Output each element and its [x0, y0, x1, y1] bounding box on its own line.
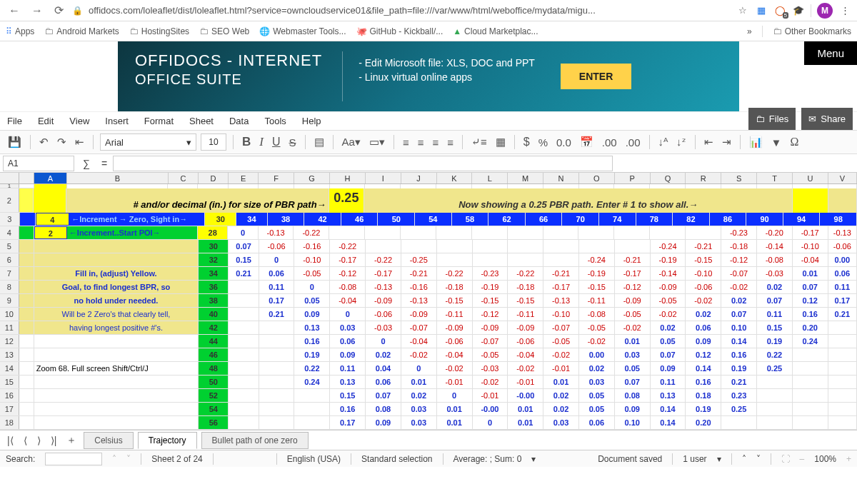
language-indicator[interactable]: English (USA) [287, 454, 341, 464]
stats-dropdown-icon[interactable]: ▾ [531, 454, 536, 464]
selection-mode[interactable]: Standard selection [361, 454, 432, 464]
unindent-icon[interactable]: ⇤ [73, 136, 86, 148]
col-header-V[interactable]: V [828, 173, 857, 183]
col-header-T[interactable]: T [757, 173, 793, 183]
fit-icon[interactable]: ⛶ [781, 454, 790, 464]
function-icon[interactable]: Ω [788, 136, 801, 148]
name-box[interactable]: A1 [3, 156, 74, 171]
font-color-icon[interactable]: ▤ [312, 136, 326, 148]
tab-celsius[interactable]: Celsius [84, 432, 133, 449]
font-size-select[interactable]: 10 [201, 133, 226, 151]
ext-icon-grid[interactable]: ▦ [755, 4, 768, 17]
col-header-I[interactable]: I [366, 173, 401, 183]
autofilter-icon[interactable]: ▼ [769, 136, 784, 148]
ext-icon-opera[interactable]: ◯5 [773, 4, 786, 17]
nav-back-icon[interactable]: ← [6, 4, 23, 17]
sort-asc-icon[interactable]: ↓ᴬ [656, 136, 671, 148]
col-header-G[interactable]: G [294, 173, 330, 183]
char-highlight-icon[interactable]: Aa▾ [340, 136, 363, 148]
col-header-P[interactable]: P [615, 173, 651, 183]
scroll-up-icon[interactable]: ˄ [742, 454, 746, 464]
menu-insert[interactable]: Insert [105, 116, 129, 126]
nav-reload-icon[interactable]: ⟳ [51, 4, 66, 17]
align-justify-icon[interactable]: ≡ [445, 136, 456, 148]
tab-bullet-path[interactable]: Bullet path of one zero [201, 432, 309, 449]
select-all-corner[interactable] [0, 173, 19, 183]
nav-forward-icon[interactable]: → [29, 4, 46, 17]
number-icon[interactable]: 0.0 [554, 136, 573, 148]
col-header-U[interactable]: U [793, 173, 828, 183]
users-dropdown-icon[interactable]: ▾ [717, 454, 721, 464]
bold-icon[interactable]: B [240, 135, 253, 149]
col-header-L[interactable]: L [472, 173, 508, 183]
indent-dec-icon[interactable]: ⇤ [702, 136, 716, 148]
bookmark-hostingsites[interactable]: 🗀HostingSites [129, 26, 189, 36]
tab-prev-icon[interactable]: ⟨ [21, 435, 30, 446]
align-right-icon[interactable]: ≡ [430, 136, 441, 148]
menu-file[interactable]: File [7, 116, 22, 126]
zoom-level[interactable]: 100% [814, 454, 836, 464]
search-input[interactable] [45, 453, 102, 465]
bookmark-other[interactable]: 🗀Other Bookmarks [773, 26, 851, 36]
bg-color-icon[interactable]: ▭▾ [367, 136, 387, 148]
star-icon[interactable]: ☆ [736, 4, 749, 17]
bookmark-seo-web[interactable]: 🗀SEO Web [199, 26, 249, 36]
date-icon[interactable]: 📅 [578, 136, 596, 148]
redo-icon[interactable]: ↷ [55, 136, 69, 148]
col-header-H[interactable]: H [330, 173, 366, 183]
menu-data[interactable]: Data [229, 116, 249, 126]
italic-icon[interactable]: I [257, 135, 266, 149]
col-header-O[interactable]: O [579, 173, 615, 183]
menu-view[interactable]: View [69, 116, 89, 126]
tab-next-icon[interactable]: ⟩ [34, 435, 44, 446]
equals-icon[interactable]: = [96, 158, 113, 169]
tab-first-icon[interactable]: |⟨ [4, 435, 16, 446]
search-prev-icon[interactable]: ˄ [112, 454, 116, 464]
col-header-Q[interactable]: Q [651, 173, 686, 183]
col-header-M[interactable]: M [508, 173, 543, 183]
chart-icon[interactable]: 📊 [747, 136, 765, 148]
menu-format[interactable]: Format [144, 116, 174, 126]
kebab-menu-icon[interactable]: ⋮ [838, 4, 851, 17]
tab-add-icon[interactable]: ＋ [64, 434, 79, 447]
percent-icon[interactable]: % [536, 136, 550, 148]
zoom-in-icon[interactable]: + [846, 454, 851, 464]
col-header-N[interactable]: N [543, 173, 579, 183]
bookmark-apps[interactable]: ⠿Apps [6, 26, 34, 36]
bookmark-github[interactable]: 🐙GitHub - Kickball/... [356, 26, 443, 36]
strike-icon[interactable]: S [287, 136, 299, 148]
menu-sheet[interactable]: Sheet [189, 116, 214, 126]
bookmark-cloud-marketplace[interactable]: ▲Cloud Marketplac... [453, 26, 538, 36]
enter-button[interactable]: ENTER [561, 64, 631, 89]
users-count[interactable]: 1 user [683, 454, 706, 464]
col-header-F[interactable]: F [259, 173, 294, 183]
undo-icon[interactable]: ↶ [37, 136, 51, 148]
bookmark-webmaster[interactable]: 🌐Webmaster Tools... [259, 26, 346, 36]
col-header-S[interactable]: S [721, 173, 757, 183]
tab-last-icon[interactable]: ⟩| [48, 435, 60, 446]
underline-icon[interactable]: U [270, 136, 283, 148]
sort-desc-icon[interactable]: ↓ᶻ [674, 136, 688, 148]
col-header-K[interactable]: K [437, 173, 473, 183]
col-header-A[interactable]: A [34, 173, 67, 183]
col-header-B[interactable]: B [67, 173, 169, 183]
wrap-icon[interactable]: ⤶≡ [469, 136, 489, 148]
formula-input[interactable] [113, 156, 613, 171]
col-header-D[interactable]: D [199, 173, 229, 183]
align-center-icon[interactable]: ≡ [416, 136, 426, 148]
bookmarks-overflow[interactable]: » [747, 26, 752, 36]
col-header-J[interactable]: J [401, 173, 437, 183]
font-family-select[interactable]: Arial▾ [100, 133, 196, 151]
menu-edit[interactable]: Edit [38, 116, 54, 126]
sigma-icon[interactable]: ∑ [77, 158, 96, 169]
save-icon[interactable]: 💾 [6, 136, 24, 148]
bookmark-android-markets[interactable]: 🗀Android Markets [44, 26, 119, 36]
col-header-E[interactable]: E [229, 173, 259, 183]
url-text[interactable]: offidocs.com/loleaflet/dist/loleaflet.ht… [89, 5, 731, 16]
currency-icon[interactable]: $ [521, 136, 532, 148]
ext-icon-grad[interactable]: 🎓 [792, 4, 805, 17]
col-header-R[interactable]: R [686, 173, 721, 183]
profile-avatar[interactable]: M [817, 3, 833, 19]
scroll-down-icon[interactable]: ˅ [756, 454, 761, 464]
menu-help[interactable]: Help [302, 116, 321, 126]
